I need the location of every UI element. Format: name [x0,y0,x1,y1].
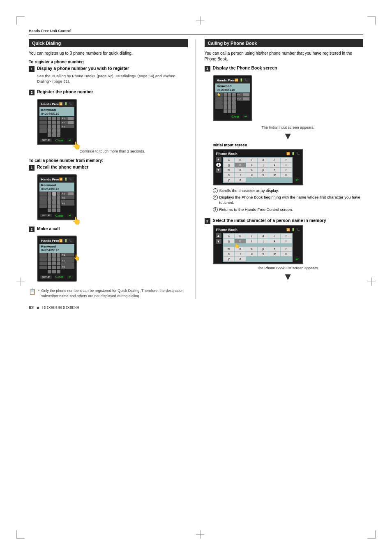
char-j[interactable]: j [258,163,269,167]
list-num-3: 3 [213,207,218,212]
pb-down-btn[interactable]: ▼ [216,168,221,173]
contact-number: 0426465116 [41,112,73,116]
char-s[interactable]: s [224,173,235,177]
pb2-up-btn[interactable]: ▲ [216,233,221,238]
char-r[interactable]: r [281,168,292,172]
notes-section: 📋 • Only the phone numbers can be regist… [29,288,188,299]
char-z[interactable]: z [235,178,246,182]
device-label-recall: Hands Free [41,178,59,181]
clear-btn[interactable]: Clear [54,138,65,143]
corner-bl [16,530,25,539]
char-x[interactable]: x [281,173,292,177]
char-n[interactable]: n [235,168,246,172]
char-h-active[interactable]: h [235,163,246,167]
step-num-pb1: 1 [205,66,210,72]
setup-btn-call[interactable]: SETUP [40,275,52,279]
char-o[interactable]: o [246,168,257,172]
pb-icon-1: 👆 [215,93,223,97]
key-0 [52,129,56,133]
pb-up-btn[interactable]: ▲ [216,157,221,162]
preset-p1[interactable]: P1 [61,117,74,120]
char-b[interactable]: b [235,158,246,162]
char-l[interactable]: l [281,163,292,167]
pb2-return-btn[interactable]: ↵ [294,256,300,262]
preset-p1-recall[interactable]: P1 [61,192,74,196]
list-item-3: Returns to the Hands-Free Control screen… [219,207,293,212]
pb-caption-initial: The Initial Input screen appears. [213,125,364,130]
page-number: 62 [29,305,34,310]
quick-dialing-intro: You can register up to 3 phone numbers f… [29,51,188,56]
key-3 [57,117,60,120]
phone-status-call: 📞 [69,239,73,243]
icon-recall-1 [39,192,47,196]
char-t[interactable]: t [235,173,246,177]
preset-p3[interactable]: P3 [61,125,74,128]
step-recall-2: 2 Make a call Hands Free 📶 � [29,226,188,284]
char-m[interactable]: m [224,168,235,172]
pb2-down-btn[interactable]: ▼ [216,239,221,244]
char-e[interactable]: e [269,158,280,162]
pb-return-btn[interactable]: ↵ [294,177,300,183]
page-dot: ● [36,304,39,311]
pb-preset-p1[interactable]: P1 [237,93,250,97]
step-num-1: 1 [29,66,35,72]
device-phonebook: Hands Free 📶 🔋 📞 Kenwood 0426465116 [213,73,253,124]
char-k[interactable]: k [269,163,280,167]
preset-p1-call[interactable]: P1 [61,253,74,257]
phone-pb: 📞 [244,79,248,82]
clear-btn-recall[interactable]: Clear [54,213,65,218]
preset-p2-call[interactable]: P2 [61,257,74,263]
touch-hand-preset: 👆 [73,254,80,261]
preset-p3-recall[interactable]: P3 [61,200,74,206]
char-u[interactable]: u [246,173,257,177]
preset-p2-recall[interactable]: P2 [61,196,74,199]
notes-icon: 📋 [29,288,36,299]
char-w[interactable]: w [269,173,280,177]
preset-p2[interactable]: P2 [61,121,74,125]
clear-btn-call[interactable]: Clear [54,275,65,279]
call-btn-pb[interactable]: ↵ [242,114,249,118]
step-pb2-title: Select the initial character of a person… [213,218,364,224]
pb2-battery: 🔋 [291,228,295,231]
char-v[interactable]: v [258,173,269,177]
clear-btn-pb[interactable]: Clear [230,114,240,119]
key-5 [52,121,56,125]
device-label-call: Hands Free [41,239,59,243]
pb2-signal: 📶 [286,228,290,231]
battery-icon: 🔋 [64,102,68,106]
char-i[interactable]: i [246,163,257,167]
key-extra3 [57,133,60,137]
char-g[interactable]: g [224,163,235,167]
char-y[interactable]: y [224,178,235,182]
pb-screen-title: Phone Book [216,152,238,156]
preset-p3-call[interactable]: P3 [61,263,74,269]
page-footer: 62 ● DDX8019/DDX8039 [29,304,363,311]
key-7 [48,125,51,129]
crosshair-bottom [196,530,204,539]
phone-book-screen-2: Phone Book 📶 🔋 📞 ▲ ▼ [213,225,303,264]
pb-preset-p2[interactable]: P2 [237,97,250,101]
char-p[interactable]: p [258,168,269,172]
call-btn-call[interactable]: ↵ [67,275,74,279]
char-h-touch[interactable]: h 👆 [235,239,246,243]
bullet-1: • [38,288,39,298]
pb-screen-title-2: Phone Book [216,228,238,232]
char-f[interactable]: f [281,158,292,162]
char-q[interactable]: q [269,168,280,172]
char-a[interactable]: a [224,158,235,162]
step-num-pb2: 2 [205,218,210,224]
recall-name: Kenwood [41,183,73,187]
phone-icon-btn: 📞 [39,117,47,120]
calling-phone-book-header: Calling by Phone Book [205,39,364,47]
setup-btn[interactable]: SETUP [40,139,52,142]
call-number: 0426465116 [41,248,73,252]
corner-tr [367,16,376,25]
step-num-2b: 2 [29,227,35,232]
pb-contact-name: Kenwood [217,84,249,88]
char-d[interactable]: d [258,158,269,162]
setup-btn-recall[interactable]: SETUP [40,214,52,217]
device-label-pb: Hands Free [217,79,235,82]
char-c[interactable]: c [246,158,257,162]
corner-tl [16,16,25,25]
step1-desc: See the <Calling by Phone Book> (page 62… [37,73,188,84]
